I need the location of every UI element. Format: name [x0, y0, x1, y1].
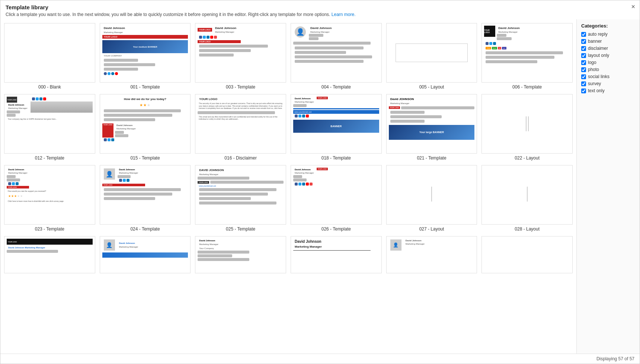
template-label-016: 016 - Disclaimer — [224, 155, 257, 161]
template-thumb-025: DAVID JOHNSON Marketing Manager YOUR LOG… — [195, 165, 286, 225]
template-label-003: 003 - Template — [226, 84, 255, 90]
category-layout-only[interactable]: layout only — [581, 53, 635, 58]
template-grid: 000 - Blank David Johnson Marketing Mana… — [4, 23, 573, 275]
category-disclaimer[interactable]: disclaimer — [581, 46, 635, 51]
template-item-000[interactable]: 000 - Blank — [4, 23, 95, 90]
template-thumb-032: David Johnson Marketing Manager — [291, 236, 382, 273]
template-label-000: 000 - Blank — [38, 84, 61, 90]
template-thumb-031: David Johnson Marketing Manager Your Com… — [195, 236, 286, 273]
template-item-021[interactable]: David JOHNSON Marketing Manager YOUR LOG… — [386, 94, 477, 161]
template-thumb-015: How did we do for you today? ★ ★ ★ YOUR … — [100, 94, 191, 154]
template-label-021: 021 - Template — [417, 155, 446, 161]
template-item-024[interactable]: 👤 David Johnson Marketing Manager — [100, 165, 191, 232]
template-item-029[interactable]: YOUR LOGO David Johnson Marketing Manage… — [4, 236, 95, 275]
checkbox-banner[interactable] — [581, 39, 586, 44]
template-label-012: 012 - Template — [35, 155, 64, 161]
template-item-023[interactable]: David Johnson Marketing Manager — [4, 165, 95, 232]
template-thumb-003: YOUR LOGO David Johnson Marketing Manage… — [195, 23, 286, 83]
template-label-022: 022 - Layout — [515, 155, 540, 161]
template-item-005[interactable]: 005 - Layout — [386, 23, 477, 90]
dialog-footer: Displaying 57 of 57 — [0, 354, 640, 364]
checkbox-survey[interactable] — [581, 81, 586, 86]
dialog-header: Template library Click a template you wa… — [0, 0, 640, 19]
template-item-025[interactable]: DAVID JOHNSON Marketing Manager YOUR LOG… — [195, 165, 286, 232]
template-item-030[interactable]: 👤 David Johnson Marketing Manager — [100, 236, 191, 275]
category-logo[interactable]: logo — [581, 60, 635, 65]
template-label-025: 025 - Template — [226, 226, 255, 232]
template-label-024: 024 - Template — [130, 226, 160, 232]
template-thumb-012: YOUR LOGO David Johnson Marketing Manage… — [4, 94, 95, 154]
template-label-005: 005 - Layout — [419, 84, 444, 90]
checkbox-layout-only[interactable] — [581, 53, 586, 58]
checkbox-social-links[interactable] — [581, 74, 586, 79]
category-survey[interactable]: survey — [581, 81, 635, 86]
template-thumb-021: David JOHNSON Marketing Manager YOUR LOG… — [386, 94, 477, 154]
template-item-004[interactable]: 👤 David Johnson Marketing Manager — [291, 23, 382, 90]
category-auto-reply[interactable]: auto reply — [581, 32, 635, 37]
template-item-026[interactable]: David Johnson Marketing Manager YOUR LOG… — [291, 165, 382, 232]
template-item-015[interactable]: How did we do for you today? ★ ★ ★ YOUR … — [100, 94, 191, 161]
categories-sidebar: Categories: auto reply banner disclaimer… — [576, 19, 640, 354]
template-thumb-034 — [481, 236, 573, 273]
template-thumb-024: 👤 David Johnson Marketing Manager — [100, 165, 191, 225]
checkbox-auto-reply[interactable] — [581, 32, 586, 37]
template-thumb-000 — [4, 23, 95, 83]
checkbox-photo[interactable] — [581, 67, 586, 72]
template-thumb-006: YOUR LOGO David Johnson Marketing Manage… — [481, 23, 573, 83]
template-label-018: 018 - Template — [321, 155, 351, 161]
dialog-body: 000 - Blank David Johnson Marketing Mana… — [0, 19, 640, 354]
template-item-033[interactable]: 👤 David Johnson Marketing Manager — [386, 236, 477, 275]
template-item-027[interactable]: 027 - Layout — [386, 165, 477, 232]
template-label-026: 026 - Template — [321, 226, 351, 232]
dialog-title: Template library — [6, 4, 634, 10]
category-photo[interactable]: photo — [581, 67, 635, 72]
template-thumb-018: David Johnson Marketing Manager YOUR LOG… — [291, 94, 382, 154]
template-thumb-027 — [386, 165, 477, 225]
category-text-only[interactable]: text only — [581, 88, 635, 93]
template-thumb-001: David Johnson Marketing Manager YOUR LOG… — [100, 23, 191, 83]
template-label-015: 015 - Template — [130, 155, 160, 161]
template-library-dialog: Template library Click a template you wa… — [0, 0, 640, 364]
category-social-links[interactable]: social links — [581, 74, 635, 79]
template-label-023: 023 - Template — [35, 226, 64, 232]
template-thumb-022 — [481, 94, 573, 154]
close-button[interactable]: × — [631, 3, 635, 10]
template-label-006: 006 - Template — [512, 84, 542, 90]
template-item-003[interactable]: YOUR LOGO David Johnson Marketing Manage… — [195, 23, 286, 90]
template-thumb-016: YOUR LOGO The security of your data is o… — [195, 94, 286, 154]
template-label-001: 001 - Template — [130, 84, 160, 90]
checkbox-text-only[interactable] — [581, 88, 586, 93]
template-label-004: 004 - Template — [321, 84, 351, 90]
dialog-subtitle: Click a template you want to use. In the… — [6, 12, 634, 17]
template-item-031[interactable]: David Johnson Marketing Manager Your Com… — [195, 236, 286, 275]
categories-title: Categories: — [581, 23, 635, 29]
learn-more-link[interactable]: Learn more. — [332, 12, 356, 17]
template-item-016[interactable]: YOUR LOGO The security of your data is o… — [195, 94, 286, 161]
template-item-032[interactable]: David Johnson Marketing Manager — [291, 236, 382, 275]
template-item-012[interactable]: YOUR LOGO David Johnson Marketing Manage… — [4, 94, 95, 161]
template-grid-container: 000 - Blank David Johnson Marketing Mana… — [0, 19, 576, 354]
template-thumb-026: David Johnson Marketing Manager YOUR LOG… — [291, 165, 382, 225]
template-item-001[interactable]: David Johnson Marketing Manager YOUR LOG… — [100, 23, 191, 90]
template-item-034[interactable] — [481, 236, 573, 275]
template-item-018[interactable]: David Johnson Marketing Manager YOUR LOG… — [291, 94, 382, 161]
template-thumb-023: David Johnson Marketing Manager — [4, 165, 95, 225]
display-count: Displaying 57 of 57 — [596, 356, 634, 361]
template-item-028[interactable]: 028 - Layout — [481, 165, 573, 232]
template-thumb-004: 👤 David Johnson Marketing Manager — [291, 23, 382, 83]
template-thumb-029: YOUR LOGO David Johnson Marketing Manage… — [4, 236, 95, 273]
template-thumb-030: 👤 David Johnson Marketing Manager — [100, 236, 191, 273]
checkbox-logo[interactable] — [581, 60, 586, 65]
template-thumb-005 — [386, 23, 477, 83]
template-label-028: 028 - Layout — [515, 226, 540, 232]
template-thumb-028 — [481, 165, 573, 225]
template-thumb-033: 👤 David Johnson Marketing Manager — [386, 236, 477, 273]
template-label-027: 027 - Layout — [419, 226, 444, 232]
template-item-022[interactable]: 022 - Layout — [481, 94, 573, 161]
checkbox-disclaimer[interactable] — [581, 46, 586, 51]
template-item-006[interactable]: YOUR LOGO David Johnson Marketing Manage… — [481, 23, 573, 90]
category-banner[interactable]: banner — [581, 39, 635, 44]
